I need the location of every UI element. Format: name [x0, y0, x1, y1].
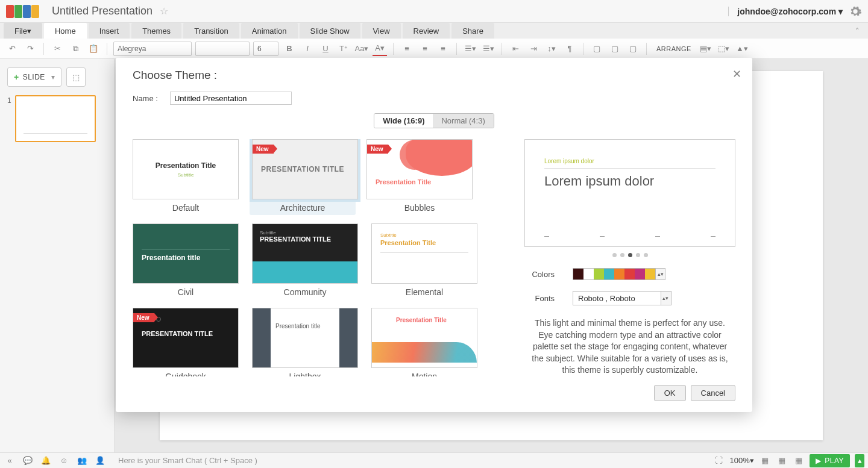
menu-themes[interactable]: Themes: [131, 23, 181, 39]
theme-community[interactable]: Subtitle PRESENTATION TITLE Community: [252, 223, 358, 297]
ratio-normal-button[interactable]: Normal (4:3): [433, 114, 493, 128]
menu-review[interactable]: Review: [403, 23, 450, 39]
pager-dot[interactable]: [644, 253, 648, 257]
increase-indent-icon[interactable]: ⇥: [526, 42, 541, 56]
font-size-select[interactable]: 6: [253, 42, 278, 56]
theme-default[interactable]: Presentation Title Subtitle Default: [133, 139, 239, 213]
menu-view[interactable]: View: [362, 23, 401, 39]
play-icon: ▶: [816, 457, 822, 465]
arrange-rotate-icon[interactable]: ▲▾: [735, 42, 749, 56]
chat-icon[interactable]: 💬: [22, 455, 34, 467]
menu-share[interactable]: Share: [451, 23, 494, 39]
new-slide-button[interactable]: + SLIDE ▾: [7, 67, 61, 87]
bullet-list-icon[interactable]: ☰▾: [463, 42, 477, 56]
play-button[interactable]: ▶ PLAY: [810, 454, 850, 467]
bold-icon[interactable]: B: [282, 42, 297, 56]
ratio-wide-button[interactable]: Wide (16:9): [374, 114, 433, 128]
menu-animation[interactable]: Animation: [241, 23, 298, 39]
color-swatch[interactable]: [635, 269, 645, 279]
menu-transition[interactable]: Transition: [183, 23, 239, 39]
text-case-icon[interactable]: Aa▾: [354, 42, 369, 56]
decrease-indent-icon[interactable]: ⇤: [508, 42, 523, 56]
user-email[interactable]: johndoe@zohocorp.com ▾: [728, 7, 843, 16]
color-swatches: ▴▾: [573, 268, 665, 280]
fonts-select[interactable]: Roboto , Roboto ▴▾: [573, 291, 671, 305]
view-master-icon[interactable]: ▦: [793, 455, 805, 467]
cut-icon[interactable]: ✂: [50, 42, 64, 56]
expand-left-icon[interactable]: «: [4, 455, 16, 467]
theme-architecture[interactable]: New PRESENTATION TITLE Architecture: [250, 139, 356, 215]
redo-icon[interactable]: ↷: [23, 42, 37, 56]
italic-icon[interactable]: I: [300, 42, 315, 56]
menu-insert[interactable]: Insert: [89, 23, 130, 39]
theme-motion[interactable]: Presentation Title Motion: [371, 308, 477, 376]
favorite-star-icon[interactable]: ☆: [160, 5, 168, 17]
collapse-ribbon-icon[interactable]: ˄: [850, 23, 864, 39]
view-normal-icon[interactable]: ▦: [759, 455, 771, 467]
preview-pager[interactable]: [524, 253, 735, 257]
contacts-icon[interactable]: 👥: [76, 455, 88, 467]
color-swatch[interactable]: [583, 269, 594, 279]
theme-preview: Lorem ipsum dolor Lorem ipsum dolor: [524, 139, 735, 247]
menu-file[interactable]: File ▾: [4, 23, 42, 39]
color-swatch[interactable]: [624, 269, 635, 279]
settings-gear-icon[interactable]: [849, 5, 862, 18]
preview-title: Lorem ipsum dolor: [544, 173, 715, 189]
paste-icon[interactable]: 📋: [86, 42, 101, 56]
theme-guidebook[interactable]: New PRESENTATION TITLE Guidebook: [133, 308, 239, 376]
profile-icon[interactable]: 👤: [94, 455, 106, 467]
text-direction-icon[interactable]: ¶: [562, 42, 577, 56]
color-swatch[interactable]: [645, 269, 655, 279]
underline-icon[interactable]: U: [318, 42, 333, 56]
color-swatch[interactable]: [573, 269, 583, 279]
line-spacing-icon[interactable]: ↕▾: [544, 42, 559, 56]
notification-bell-icon[interactable]: 🔔: [40, 455, 52, 467]
theme-civil[interactable]: Presentation title Civil: [133, 223, 239, 297]
menu-slideshow[interactable]: Slide Show: [300, 23, 360, 39]
pager-dot-active[interactable]: [628, 253, 632, 257]
align-center-icon[interactable]: ≡: [418, 42, 432, 56]
theme-elemental[interactable]: Subtitle Presentation Title Elemental: [371, 223, 477, 297]
font-style-select[interactable]: [195, 42, 250, 56]
emoji-icon[interactable]: ☺: [58, 455, 70, 467]
view-sorter-icon[interactable]: ▦: [776, 455, 788, 467]
toolbar: ↶ ↷ ✂ ⧉ 📋 Alegreya 6 B I U T⁺ Aa▾ A▾ ≡ ≡…: [0, 39, 868, 59]
presentation-name-input[interactable]: [170, 92, 292, 105]
ok-button[interactable]: OK: [654, 385, 686, 401]
slide-layout-button[interactable]: ⬚: [66, 67, 86, 87]
zoom-level[interactable]: 100%▾: [729, 456, 753, 465]
align-right-icon[interactable]: ≡: [436, 42, 450, 56]
new-badge: New: [367, 145, 388, 154]
number-list-icon[interactable]: ☰▾: [481, 42, 495, 56]
undo-icon[interactable]: ↶: [5, 42, 19, 56]
font-family-select[interactable]: Alegreya: [113, 42, 192, 56]
align-left-icon[interactable]: ≡: [400, 42, 414, 56]
smart-chat-hint[interactable]: Here is your Smart Chat ( Ctrl + Space ): [118, 456, 257, 465]
color-swatch[interactable]: [614, 269, 624, 279]
cancel-button[interactable]: Cancel: [691, 385, 735, 401]
dialog-close-icon[interactable]: ✕: [732, 67, 741, 81]
color-swatch[interactable]: [604, 269, 614, 279]
play-dropdown[interactable]: ▴: [855, 454, 864, 467]
superscript-icon[interactable]: T⁺: [336, 42, 351, 56]
document-title[interactable]: Untitled Presentation: [52, 5, 153, 17]
arrange-align-icon[interactable]: ▤▾: [699, 42, 713, 56]
menu-home[interactable]: Home: [44, 23, 87, 39]
shape-2-icon[interactable]: ▢: [608, 42, 622, 56]
shape-1-icon[interactable]: ▢: [590, 42, 604, 56]
pager-dot[interactable]: [612, 253, 617, 257]
color-swatch[interactable]: [594, 269, 604, 279]
copy-icon[interactable]: ⧉: [68, 42, 83, 56]
theme-bubbles[interactable]: New Presentation Title Bubbles: [366, 139, 473, 213]
pager-dot[interactable]: [636, 253, 640, 257]
slide-thumbnail-1[interactable]: [15, 95, 96, 142]
arrange-group-icon[interactable]: ⬚▾: [717, 42, 731, 56]
theme-lightbox[interactable]: Presentation title Lightbox: [252, 308, 358, 376]
themes-grid[interactable]: Presentation Title Subtitle Default New …: [133, 139, 500, 376]
font-color-icon[interactable]: A▾: [373, 42, 387, 56]
pager-dot[interactable]: [620, 253, 624, 257]
shape-3-icon[interactable]: ▢: [626, 42, 640, 56]
fit-icon[interactable]: ⛶: [712, 455, 725, 467]
colors-dropdown-icon[interactable]: ▴▾: [655, 269, 665, 279]
colors-label: Colors: [524, 270, 555, 279]
